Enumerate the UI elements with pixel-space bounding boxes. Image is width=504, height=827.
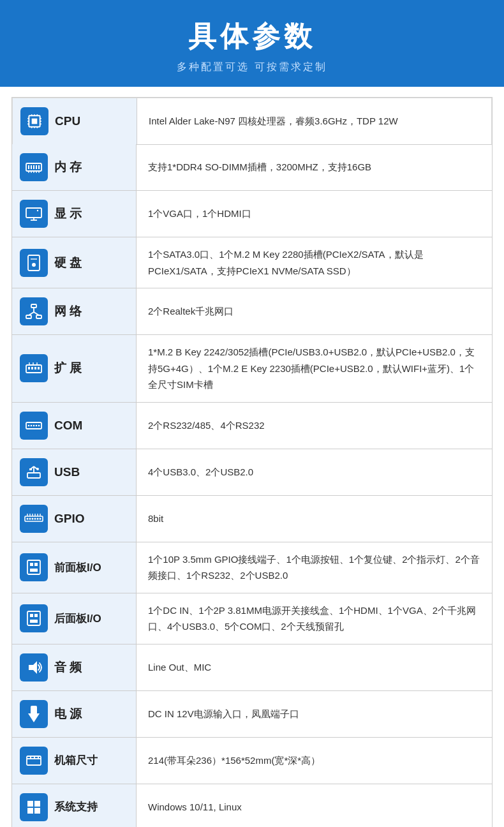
gpio-icon — [20, 505, 48, 533]
svg-rect-72 — [30, 563, 33, 566]
page-title: 具体参数 — [13, 18, 491, 56]
svg-rect-77 — [34, 614, 38, 617]
svg-point-62 — [34, 518, 36, 519]
label-os: 系统支持 — [12, 784, 137, 828]
expand-label: 扩 展 — [54, 360, 82, 376]
audio-label: 音 频 — [54, 659, 82, 676]
gpio-value: 8bit — [137, 496, 492, 542]
svg-point-61 — [32, 518, 34, 519]
row-storage: 硬 盘 1个SATA3.0口、1个M.2 M Key 2280插槽(PCIeX2… — [12, 237, 492, 288]
gpio-label: GPIO — [54, 512, 85, 526]
cpu-icon — [20, 107, 48, 135]
display-icon — [20, 200, 48, 228]
front-io-label: 前面板I/O — [54, 560, 101, 575]
svg-rect-40 — [31, 367, 33, 369]
svg-rect-25 — [26, 208, 41, 218]
storage-icon — [20, 249, 48, 277]
label-network: 网 络 — [12, 288, 137, 334]
svg-point-50 — [36, 424, 38, 426]
svg-rect-88 — [34, 801, 40, 807]
svg-rect-52 — [27, 473, 40, 478]
svg-rect-34 — [36, 315, 41, 318]
svg-rect-71 — [27, 560, 40, 574]
row-power: 电 源 DC IN 12V电源输入口，凤凰端子口 — [12, 691, 492, 738]
label-storage: 硬 盘 — [12, 237, 137, 288]
label-gpio: GPIO — [12, 496, 137, 542]
storage-label: 硬 盘 — [54, 255, 82, 271]
power-value: DC IN 12V电源输入口，凤凰端子口 — [137, 691, 492, 737]
expand-value: 1*M.2 B Key 2242/3052插槽(PCIe/USB3.0+USB2… — [137, 335, 492, 402]
svg-rect-15 — [28, 165, 29, 169]
label-usb: USB — [12, 449, 137, 495]
label-display: 显 示 — [12, 191, 137, 237]
row-gpio: GPIO 8bit — [12, 496, 492, 542]
network-label: 网 络 — [54, 303, 82, 320]
row-os: 系统支持 Windows 10/11, Linux — [12, 784, 492, 828]
row-usb: USB 4个USB3.0、2个USB2.0 — [12, 449, 492, 496]
svg-point-60 — [29, 518, 31, 519]
label-cpu: CPU — [13, 98, 137, 144]
rear-io-label: 后面板I/O — [54, 611, 101, 626]
label-power: 电 源 — [12, 691, 137, 737]
rear-io-value: 1个DC IN、1个2P 3.81MM电源开关接线盒、1个HDMI、1个VGA、… — [137, 593, 492, 644]
svg-rect-39 — [28, 367, 30, 369]
spec-table-container: CPU Intel Alder Lake-N97 四核处理器，睿频3.6GHz，… — [0, 87, 504, 827]
page-subtitle: 多种配置可选 可按需求定制 — [13, 61, 491, 74]
row-expand: 扩 展 1*M.2 B Key 2242/3052插槽(PCIe/USB3.0+… — [12, 335, 492, 403]
power-icon — [20, 700, 48, 728]
row-rear-io: 后面板I/O 1个DC IN、1个2P 3.81MM电源开关接线盒、1个HDMI… — [12, 593, 492, 644]
svg-point-47 — [28, 424, 30, 426]
svg-point-30 — [32, 263, 36, 267]
com-label: COM — [54, 419, 82, 433]
usb-value: 4个USB3.0、2个USB2.0 — [137, 449, 492, 495]
row-com: COM 2个RS232/485、4个RS232 — [12, 403, 492, 449]
svg-rect-17 — [33, 165, 34, 169]
os-icon — [20, 793, 48, 821]
audio-icon — [20, 653, 48, 682]
row-display: 显 示 1个VGA口，1个HDMI口 — [12, 191, 492, 237]
usb-icon — [20, 458, 48, 486]
label-rear-io: 后面板I/O — [12, 593, 137, 644]
svg-rect-19 — [38, 165, 40, 169]
svg-line-37 — [34, 312, 39, 315]
svg-point-59 — [27, 518, 29, 519]
svg-point-63 — [37, 518, 39, 519]
dimensions-label: 机箱尺寸 — [54, 753, 98, 768]
front-io-icon — [20, 553, 48, 581]
header: 具体参数 多种配置可选 可按需求定制 — [0, 0, 504, 87]
rear-io-icon — [20, 604, 48, 632]
display-value: 1个VGA口，1个HDMI口 — [137, 191, 492, 237]
memory-icon — [20, 153, 48, 181]
svg-rect-41 — [34, 367, 36, 369]
cpu-label: CPU — [55, 114, 80, 128]
svg-rect-76 — [30, 614, 33, 617]
front-io-value: 1个10P 3.5mm GPIO接线端子、1个电源按钮、1个复位键、2个指示灯、… — [137, 542, 492, 593]
svg-rect-78 — [30, 620, 38, 623]
svg-point-49 — [33, 424, 35, 426]
row-network: 网 络 2个Realtek千兆网口 — [12, 288, 492, 335]
row-cpu: CPU Intel Alder Lake-N97 四核处理器，睿频3.6GHz，… — [12, 98, 492, 145]
memory-value: 支持1*DDR4 SO-DIMM插槽，3200MHZ，支持16GB — [137, 144, 492, 190]
expand-icon — [20, 354, 48, 382]
label-expand: 扩 展 — [12, 335, 137, 402]
audio-value: Line Out、MIC — [137, 644, 492, 690]
label-dimensions: 机箱尺寸 — [12, 738, 137, 784]
network-icon — [20, 297, 48, 325]
usb-label: USB — [54, 465, 80, 479]
os-label: 系统支持 — [54, 800, 98, 814]
dimensions-value: 214(带耳朵236）*156*52mm(宽*深*高） — [137, 738, 492, 784]
svg-point-64 — [40, 518, 41, 519]
com-value: 2个RS232/485、4个RS232 — [137, 403, 492, 449]
row-audio: 音 频 Line Out、MIC — [12, 644, 492, 691]
row-memory: 内 存 支持1*DDR4 SO-DIMM插槽，3200MHZ，支持16GB — [12, 144, 492, 191]
com-icon — [20, 412, 48, 440]
svg-point-51 — [38, 424, 40, 426]
svg-rect-74 — [30, 569, 38, 572]
svg-rect-33 — [26, 315, 31, 318]
storage-value: 1个SATA3.0口、1个M.2 M Key 2280插槽(PCIeX2/SAT… — [137, 237, 492, 288]
power-label: 电 源 — [54, 706, 82, 722]
spec-rows: CPU Intel Alder Lake-N97 四核处理器，睿频3.6GHz，… — [11, 97, 493, 827]
svg-rect-75 — [27, 611, 40, 625]
label-audio: 音 频 — [12, 644, 137, 690]
cpu-value: Intel Alder Lake-N97 四核处理器，睿频3.6GHz，TDP … — [137, 98, 491, 144]
